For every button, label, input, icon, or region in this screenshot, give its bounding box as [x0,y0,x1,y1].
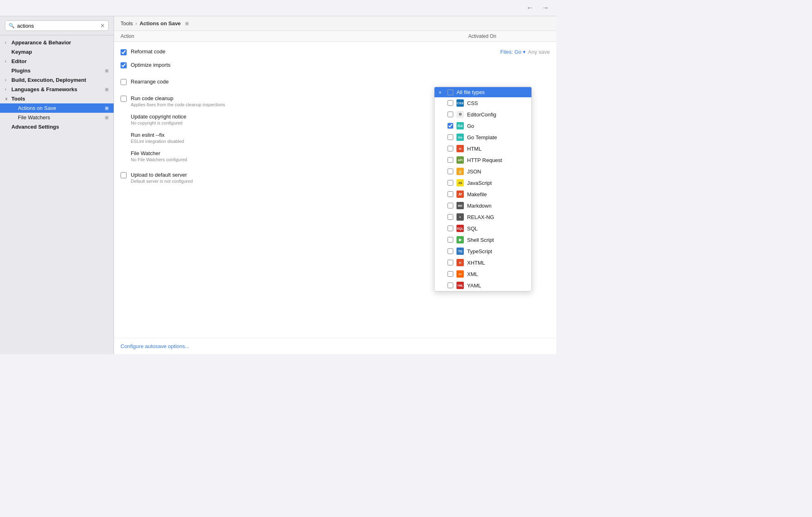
optimize-checkbox[interactable] [121,62,127,68]
sidebar-item-editor[interactable]: › Editor [0,57,114,66]
dropdown-item-markdown[interactable]: MD Markdown [435,200,531,211]
rearrange-checkbox[interactable] [121,79,127,85]
typescript-checkbox[interactable] [448,248,453,254]
search-input[interactable] [17,23,98,29]
sidebar-nav: › Appearance & Behavior Keymap › Editor … [0,35,114,354]
dropdown-item-typescript[interactable]: TS TypeScript [435,245,531,257]
shell-checkbox[interactable] [448,237,453,243]
forward-button[interactable]: → [539,3,551,13]
editorconfig-checkbox[interactable] [448,112,453,117]
makefile-checkbox[interactable] [448,191,453,197]
search-input-wrapper: 🔍 ✕ [5,20,109,31]
sql-icon: SQL [456,225,464,232]
configure-autosave-link[interactable]: Configure autosave options... [121,343,189,349]
sidebar-item-advanced[interactable]: Advanced Settings [0,122,114,131]
sidebar-item-languages[interactable]: › Languages & Frameworks ▣ [0,85,114,94]
dropdown-item-shell[interactable]: ▶ Shell Script [435,234,531,245]
sidebar-item-tools[interactable]: ∨ Tools [0,94,114,103]
dropdown-item-xhtml[interactable]: H XHTML [435,257,531,268]
breadcrumb-separator: › [135,20,137,26]
editorconfig-icon: ⚙ [456,111,464,118]
sidebar-item-label: File Watchers [18,114,50,120]
action-item-optimize: Optimize imports [114,59,556,72]
markdown-icon: MD [456,202,464,209]
dropdown-item-javascript[interactable]: JS JavaScript [435,177,531,188]
xhtml-icon: H [456,259,464,266]
sql-checkbox[interactable] [448,226,453,231]
edit-icon: ▣ [185,21,189,26]
sidebar-item-label: Actions on Save [18,105,56,111]
col-activated-header: Activated On [468,33,550,39]
main-layout: 🔍 ✕ › Appearance & Behavior Keymap › Edi… [0,16,556,354]
back-button[interactable]: ← [524,3,536,13]
pin-icon: ▣ [105,87,109,92]
javascript-checkbox[interactable] [448,180,453,186]
xhtml-checkbox[interactable] [448,260,453,265]
sidebar: 🔍 ✕ › Appearance & Behavior Keymap › Edi… [0,16,114,354]
javascript-icon: JS [456,179,464,186]
content-panel: Action Activated On Reformat code Files:… [114,31,556,354]
chevron-right-icon: › [5,59,10,64]
nav-arrows: ← → [524,3,551,13]
files-go-button[interactable]: Files: Go ▾ [500,49,526,55]
dropdown-arrow-icon: ▾ [523,49,526,55]
editorconfig-label: EditorConfig [467,112,527,118]
html-checkbox[interactable] [448,146,453,151]
relax-ng-checkbox[interactable] [448,214,453,220]
json-label: JSON [467,169,527,175]
sidebar-item-file-watchers[interactable]: File Watchers ▣ [0,113,114,122]
sidebar-item-build[interactable]: › Build, Execution, Deployment [0,75,114,85]
go-checkbox[interactable] [448,123,453,129]
markdown-label: Markdown [467,203,527,209]
rearrange-content: Rearrange code [131,79,550,85]
dropdown-item-sql[interactable]: SQL SQL [435,223,531,234]
dropdown-item-css[interactable]: CSS CSS [435,97,531,109]
dropdown-item-makefile[interactable]: M Makefile [435,188,531,200]
upload-checkbox[interactable] [121,172,127,178]
sidebar-item-appearance[interactable]: › Appearance & Behavior [0,38,114,47]
search-box: 🔍 ✕ [0,16,114,35]
javascript-label: JavaScript [467,180,527,186]
dropdown-item-xml[interactable]: <> XML [435,268,531,280]
optimize-label: Optimize imports [131,62,550,68]
css-checkbox[interactable] [448,100,453,106]
sidebar-item-keymap[interactable]: Keymap [0,47,114,57]
typescript-icon: TS [456,248,464,255]
dropdown-item-go[interactable]: Go Go [435,120,531,131]
chevron-down-icon: ∨ [439,90,444,94]
makefile-label: Makefile [467,191,527,197]
markdown-checkbox[interactable] [448,203,453,208]
dropdown-item-json[interactable]: {} JSON [435,166,531,177]
dropdown-item-go-template[interactable]: Go Go Template [435,131,531,143]
breadcrumb: Tools › Actions on Save ▣ [114,16,556,31]
xhtml-label: XHTML [467,260,527,266]
dropdown-item-all[interactable]: ∨ All file types [435,87,531,97]
sidebar-item-label: Appearance & Behavior [11,39,71,46]
html-icon: H [456,145,464,152]
top-nav: ← → [0,0,556,16]
go-template-checkbox[interactable] [448,134,453,140]
reformat-label: Reformat code [131,48,496,55]
sidebar-item-actions-on-save[interactable]: Actions on Save ▣ [0,103,114,113]
http-checkbox[interactable] [448,157,453,163]
dropdown-item-relax-ng[interactable]: ≡ RELAX-NG [435,211,531,223]
clear-icon[interactable]: ✕ [100,22,105,29]
chevron-right-icon: › [5,40,10,45]
reformat-checkbox[interactable] [121,49,127,55]
json-checkbox[interactable] [448,169,453,174]
dropdown-item-yaml[interactable]: YML YAML [435,280,531,291]
cleanup-checkbox[interactable] [121,96,127,102]
bottom-link-area: Configure autosave options... [114,338,556,354]
relax-ng-label: RELAX-NG [467,214,527,220]
xml-label: XML [467,271,527,277]
dropdown-item-http[interactable]: API HTTP Request [435,154,531,166]
relax-ng-icon: ≡ [456,213,464,221]
dropdown-item-editorconfig[interactable]: ⚙ EditorConfig [435,109,531,120]
dropdown-item-html[interactable]: H HTML [435,143,531,154]
sidebar-item-plugins[interactable]: Plugins ▣ [0,66,114,75]
yaml-checkbox[interactable] [448,283,453,288]
sql-label: SQL [467,226,527,232]
actions-list: Reformat code Files: Go ▾ Any save Opti [114,42,556,338]
xml-checkbox[interactable] [448,271,453,277]
sidebar-item-label: Keymap [11,49,32,55]
